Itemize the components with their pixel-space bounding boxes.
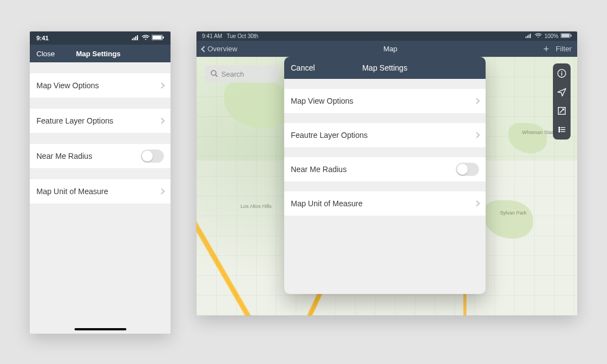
- chevron-right-icon: [473, 200, 480, 206]
- chevron-right-icon: [158, 188, 164, 194]
- map-place-label: Los Altos Hills: [241, 204, 271, 209]
- row-near-me-radius[interactable]: Near Me Radius: [30, 144, 171, 168]
- back-button[interactable]: Overview: [202, 45, 237, 53]
- svg-rect-8: [527, 36, 528, 38]
- svg-rect-1: [134, 38, 135, 40]
- phone-frame: 9:41 Close Map Settings Map View Options: [30, 31, 171, 334]
- row-map-unit-of-measure[interactable]: Map Unit of Measure: [30, 179, 171, 204]
- row-label: Map View Options: [291, 97, 475, 105]
- tablet-status-icons: 100%: [525, 33, 572, 39]
- map-tool-panel: [553, 63, 571, 140]
- tablet-status-time: 9:41 AM: [202, 33, 222, 39]
- sheet-body: Map View Options Feautre Layer Options N…: [284, 79, 486, 216]
- tablet-header: Overview Map + Filter: [196, 41, 577, 57]
- back-label: Overview: [207, 45, 237, 53]
- svg-point-20: [558, 127, 560, 128]
- svg-rect-12: [561, 34, 569, 37]
- row-label: Feature Layer Options: [36, 116, 159, 125]
- row-label: Feautre Layer Options: [291, 131, 475, 140]
- tablet-status-date: Tue Oct 30th: [227, 33, 258, 39]
- row-label: Near Me Radius: [36, 152, 141, 160]
- row-feature-layer-options[interactable]: Feautre Layer Options: [284, 123, 486, 147]
- chevron-right-icon: [473, 132, 480, 138]
- phone-status-bar: 9:41: [30, 31, 171, 45]
- svg-rect-6: [163, 36, 164, 39]
- sheet-title: Map Settings: [291, 63, 479, 72]
- map-place-label: Sylvan Park: [500, 210, 526, 216]
- svg-rect-0: [132, 39, 133, 40]
- svg-point-14: [211, 70, 216, 75]
- map-canvas[interactable]: Los Altos Hills Sylvan Park Whisman Stat…: [196, 57, 577, 315]
- row-near-me-radius[interactable]: Near Me Radius: [284, 157, 486, 181]
- svg-rect-5: [153, 36, 162, 40]
- tablet-frame: 9:41 AM Tue Oct 30th 100% Overview Map +…: [196, 31, 577, 315]
- chevron-right-icon: [473, 98, 480, 104]
- chevron-right-icon: [158, 117, 164, 124]
- svg-rect-18: [561, 73, 562, 76]
- layers-button[interactable]: [553, 123, 571, 136]
- row-map-view-options[interactable]: Map View Options: [30, 73, 171, 98]
- svg-point-22: [558, 129, 560, 130]
- chevron-left-icon: [201, 46, 207, 52]
- svg-line-15: [216, 74, 218, 77]
- map-settings-sheet: Cancel Map Settings Map View Options Fea…: [284, 57, 486, 294]
- svg-rect-9: [529, 35, 530, 38]
- row-label: Near Me Radius: [291, 165, 456, 174]
- svg-rect-2: [135, 36, 136, 40]
- row-label: Map Unit of Measure: [291, 199, 475, 208]
- tablet-status-bar: 9:41 AM Tue Oct 30th 100%: [196, 31, 577, 41]
- svg-rect-13: [571, 35, 572, 37]
- near-me-toggle[interactable]: [141, 149, 164, 163]
- battery-pct-label: 100%: [544, 33, 558, 39]
- phone-settings-body: Map View Options Feature Layer Options N…: [30, 62, 171, 334]
- phone-header-title: Map Settings: [33, 50, 164, 58]
- chevron-right-icon: [158, 82, 164, 88]
- row-feature-layer-options[interactable]: Feature Layer Options: [30, 109, 171, 133]
- locate-button[interactable]: [553, 85, 571, 99]
- info-button[interactable]: [553, 67, 571, 80]
- svg-rect-3: [137, 35, 138, 40]
- wifi-icon: [142, 35, 150, 41]
- search-input[interactable]: Search: [205, 65, 279, 83]
- battery-icon: [561, 33, 572, 39]
- phone-status-time: 9:41: [36, 35, 49, 41]
- row-map-view-options[interactable]: Map View Options: [284, 89, 486, 113]
- search-icon: [210, 69, 218, 79]
- cellular-icon: [132, 35, 140, 41]
- battery-icon: [152, 35, 164, 41]
- wifi-icon: [535, 33, 542, 39]
- extent-button[interactable]: [553, 104, 571, 117]
- phone-status-icons: [132, 35, 164, 41]
- search-placeholder: Search: [221, 70, 244, 78]
- near-me-toggle[interactable]: [456, 163, 479, 176]
- svg-rect-10: [530, 34, 531, 38]
- svg-rect-7: [526, 36, 527, 38]
- row-label: Map Unit of Measure: [36, 187, 159, 196]
- svg-point-17: [561, 71, 562, 72]
- phone-header: Close Map Settings: [30, 45, 171, 62]
- cellular-icon: [525, 33, 533, 39]
- filter-button[interactable]: Filter: [556, 45, 572, 53]
- sheet-header: Cancel Map Settings: [284, 57, 486, 79]
- add-button[interactable]: +: [544, 44, 550, 54]
- svg-point-24: [558, 131, 560, 132]
- row-label: Map View Options: [36, 81, 159, 90]
- row-map-unit-of-measure[interactable]: Map Unit of Measure: [284, 191, 486, 216]
- tablet-header-title: Map: [237, 45, 543, 53]
- home-indicator: [74, 328, 126, 330]
